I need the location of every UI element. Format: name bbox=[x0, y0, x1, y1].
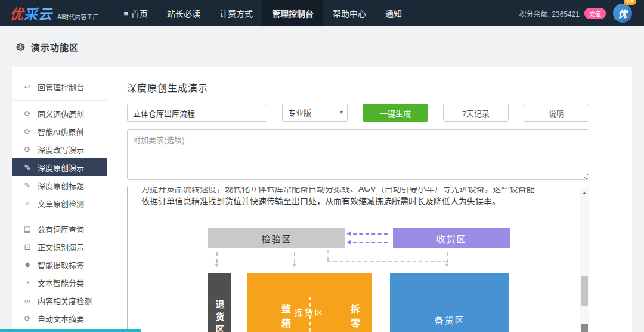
return-area-box: 退货区 bbox=[208, 273, 231, 332]
nav-item-label: 帮助中心 bbox=[333, 7, 366, 19]
sidebar-item-label: 智能AI伪原创 bbox=[38, 126, 83, 137]
sidebar-item-label: 智能提取标签 bbox=[38, 259, 84, 270]
sidebar-item-text-classification[interactable]: ◔ 文本智能分类 bbox=[12, 273, 107, 291]
nav-item-console[interactable]: 管理控制台 bbox=[262, 0, 323, 26]
tag-icon: ⬥ bbox=[23, 260, 32, 269]
sidebar: ↩ 回管理控制台 ⟳ 同义词伪原创 ⟳ 智能AI伪原创 ⟳ 深度改写演示 ✎ 深… bbox=[12, 67, 107, 332]
result-clipped-line: 为提升货品流转速度，现代化立体仓库常配备自动分拣线、AGV（自动引导小车）等先进… bbox=[128, 187, 589, 193]
sidebar-item-label: 正文识别演示 bbox=[38, 241, 84, 253]
edit-icon: ✎ bbox=[23, 163, 32, 172]
arrow-left-icon: ◀ bbox=[346, 238, 351, 245]
flow-arrow-left: ◀ bbox=[353, 242, 388, 243]
bottom-accent-bar bbox=[0, 329, 141, 332]
sidebar-divider bbox=[12, 100, 107, 101]
logo-char: 优 bbox=[10, 3, 24, 23]
scrollbar-lower-thumb[interactable] bbox=[581, 324, 588, 332]
picking-divider bbox=[309, 297, 311, 332]
recharge-badge[interactable]: 充值 bbox=[584, 8, 606, 19]
sidebar-item-auto-summary[interactable]: ⟳ 自动文本摘要 bbox=[12, 309, 107, 327]
picking-area-box: 拣货区 整箱 拆零 bbox=[247, 273, 372, 332]
flow-connector bbox=[327, 261, 447, 262]
flow-arrow-down: ▼ bbox=[214, 252, 220, 268]
result-scrollbar[interactable]: ▲ bbox=[580, 187, 589, 332]
main-menu: ≡ 首页 站长必读 计费方式 管理控制台 帮助中心 通知 bbox=[114, 0, 411, 26]
receiving-area-box: 收货区 bbox=[393, 228, 510, 248]
avatar[interactable]: 优 bbox=[613, 4, 632, 23]
sidebar-item-public-lexicon[interactable]: ▤ 公有词库查询 bbox=[12, 220, 107, 238]
logo-char: 云 bbox=[38, 3, 52, 23]
sidebar-item-deep-rewrite-demo[interactable]: ⟳ 深度改写演示 bbox=[12, 140, 107, 158]
inspection-area-box: 检验区 bbox=[208, 228, 345, 248]
back-icon: ↩ bbox=[23, 82, 32, 91]
nav-right-area: 积分余额: 2365421 充值 优 VIP bbox=[519, 4, 638, 23]
sidebar-item-deep-original-title[interactable]: ✎ 深度原创标题 bbox=[12, 176, 107, 194]
library-icon: ▤ bbox=[23, 225, 32, 233]
top-nav: 优 采 云 AI时代内容工厂 ≡ 首页 站长必读 计费方式 管理控制台 帮助中心… bbox=[0, 0, 644, 26]
section-title: 深度原创生成演示 bbox=[127, 80, 632, 94]
sidebar-item-tag-extraction[interactable]: ⬥ 智能提取标签 bbox=[12, 256, 107, 273]
nav-item-notifications[interactable]: 通知 bbox=[376, 0, 411, 26]
result-text-line: 依据订单信息精准找到货位并快速传输至出口处，从而有效缩减拣选所需时长及降低人为失… bbox=[128, 193, 589, 208]
app-logo[interactable]: 优 采 云 AI时代内容工厂 bbox=[10, 3, 98, 23]
version-select[interactable]: 专业版 bbox=[282, 104, 348, 122]
sidebar-item-ai-rewrite[interactable]: ⟳ 智能AI伪原创 bbox=[12, 122, 107, 140]
sidebar-item-back-console[interactable]: ↩ 回管理控制台 bbox=[12, 76, 107, 97]
scrollbar-thumb[interactable] bbox=[581, 276, 588, 306]
sidebar-item-deep-original-demo[interactable]: ✎ 深度原创演示 bbox=[12, 158, 107, 176]
sidebar-item-label: 文章原创检测 bbox=[38, 198, 84, 209]
nav-item-home[interactable]: ≡ 首页 bbox=[114, 0, 157, 26]
sidebar-item-relevance-check[interactable]: ∞ 内容相关度检测 bbox=[12, 291, 107, 309]
nav-item-label: 计费方式 bbox=[219, 7, 253, 19]
flow-arrow-down: ▼ bbox=[444, 252, 450, 268]
sidebar-item-body-recognition[interactable]: ⊡ 正文识别演示 bbox=[12, 238, 107, 256]
vip-badge: VIP bbox=[624, 0, 636, 5]
sync-icon: ⟳ bbox=[23, 314, 32, 323]
flow-connector bbox=[327, 250, 329, 261]
nav-item-label: 通知 bbox=[385, 7, 402, 19]
search-icon: ⌕ bbox=[23, 198, 32, 208]
page-header: 演示功能区 bbox=[0, 26, 644, 63]
menu-icon: ≡ bbox=[123, 9, 128, 18]
screen-icon: ⊡ bbox=[23, 242, 32, 251]
sidebar-item-label: 深度改写演示 bbox=[38, 144, 84, 155]
page-title: 演示功能区 bbox=[31, 41, 79, 53]
link-icon: ∞ bbox=[23, 296, 32, 305]
sync-icon: ⟳ bbox=[23, 127, 32, 136]
nav-item-billing[interactable]: 计费方式 bbox=[210, 0, 262, 26]
sidebar-item-label: 自动文本摘要 bbox=[38, 313, 84, 324]
gear-icon bbox=[16, 42, 26, 52]
edit-icon: ✎ bbox=[23, 181, 32, 190]
whole-case-label: 整箱 bbox=[278, 304, 292, 332]
scroll-up-button[interactable]: ▲ bbox=[580, 187, 589, 197]
content-card: ↩ 回管理控制台 ⟳ 同义词伪原创 ⟳ 智能AI伪原创 ⟳ 深度改写演示 ✎ 深… bbox=[12, 67, 632, 332]
sidebar-item-originality-check[interactable]: ⌕ 文章原创检测 bbox=[12, 194, 107, 212]
sidebar-item-label: 公有词库查询 bbox=[38, 223, 84, 235]
sidebar-item-label: 回管理控制台 bbox=[38, 81, 84, 93]
logo-tagline: AI时代内容工厂 bbox=[57, 12, 98, 21]
nav-item-must-read[interactable]: 站长必读 bbox=[157, 0, 210, 26]
history-button[interactable]: 7天记录 bbox=[443, 104, 509, 122]
keyword-input[interactable] bbox=[127, 104, 267, 122]
nav-item-help[interactable]: 帮助中心 bbox=[323, 0, 376, 26]
sidebar-item-label: 同义词伪原创 bbox=[38, 108, 84, 119]
sidebar-divider bbox=[12, 216, 107, 216]
flow-arrow-left: ◀ bbox=[353, 233, 388, 235]
split-case-label: 拆零 bbox=[347, 304, 361, 332]
nav-item-label: 管理控制台 bbox=[272, 7, 314, 19]
sidebar-item-label: 深度原创演示 bbox=[38, 162, 84, 173]
sync-icon: ⟳ bbox=[23, 109, 32, 118]
result-panel: 为提升货品流转速度，现代化立体仓库常配备自动分拣线、AGV（自动引导小车）等先进… bbox=[127, 187, 589, 332]
extra-requirements-textarea[interactable] bbox=[127, 129, 589, 180]
generate-button[interactable]: 一键生成 bbox=[363, 104, 428, 122]
sidebar-item-synonym-rewrite[interactable]: ⟳ 同义词伪原创 bbox=[12, 104, 107, 122]
help-button[interactable]: 说明 bbox=[524, 104, 589, 122]
scroll-up-icon: ▲ bbox=[583, 190, 587, 195]
sidebar-item-label: 内容相关度检测 bbox=[38, 295, 92, 306]
nav-item-label: 首页 bbox=[131, 7, 148, 19]
sidebar-item-label: 文本智能分类 bbox=[38, 277, 84, 288]
arrow-down-icon: ▼ bbox=[214, 263, 220, 268]
credits-balance: 积分余额: 2365421 bbox=[519, 8, 580, 19]
flow-arrow-down: ▼ bbox=[292, 252, 298, 268]
sidebar-item-label: 深度原创标题 bbox=[38, 180, 84, 191]
warehouse-flow-diagram: 检验区 收货区 ◀ ◀ ▼ ▼ ▼ bbox=[128, 228, 589, 332]
